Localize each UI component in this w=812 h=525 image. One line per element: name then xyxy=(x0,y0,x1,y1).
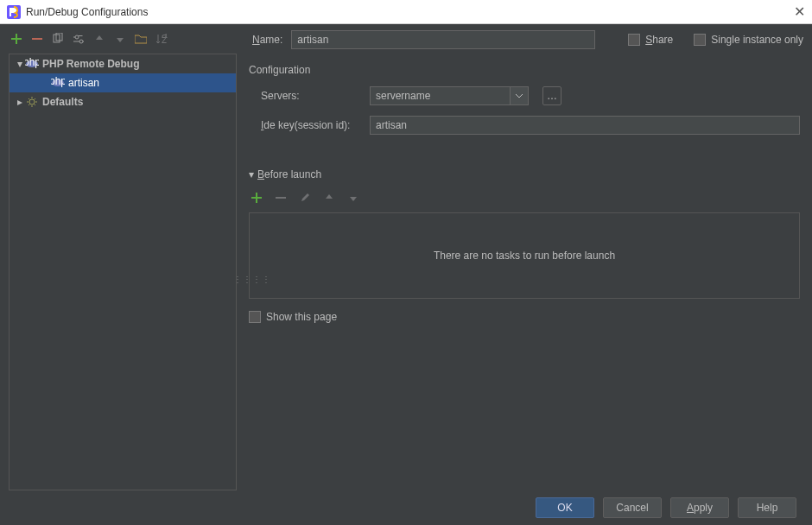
svg-text:php: php xyxy=(51,77,65,87)
single-instance-checkbox[interactable]: Single instance only xyxy=(694,34,803,46)
tree-group-label: Defaults xyxy=(42,96,83,108)
svg-rect-13 xyxy=(276,197,286,199)
servers-row: Servers: … xyxy=(249,86,800,105)
chevron-down-icon: ▾ xyxy=(15,58,25,70)
defaults-gear-icon xyxy=(25,95,39,109)
config-section-title: Configuration xyxy=(249,64,800,76)
help-button[interactable]: Help xyxy=(738,497,796,518)
titlebar-left: Run/Debug Configurations xyxy=(7,5,148,19)
tree-toolbar: az xyxy=(0,26,252,52)
settings-icon[interactable] xyxy=(71,31,86,47)
ok-button[interactable]: OK xyxy=(536,497,594,518)
content: az Name: Share Single instance only xyxy=(0,24,812,525)
move-down-icon[interactable] xyxy=(346,190,361,206)
php-remote-debug-icon: php xyxy=(25,57,39,71)
before-launch-header[interactable]: ▾ Before launch xyxy=(249,166,800,183)
php-remote-debug-icon: php xyxy=(51,76,65,90)
svg-point-5 xyxy=(79,40,83,43)
folder-icon[interactable] xyxy=(133,31,149,47)
svg-point-12 xyxy=(29,99,35,104)
move-down-icon[interactable] xyxy=(112,31,128,47)
phpstorm-icon xyxy=(7,5,21,19)
checkbox-icon xyxy=(249,311,261,323)
copy-icon[interactable] xyxy=(50,31,66,47)
checkbox-icon xyxy=(628,34,640,46)
name-input[interactable] xyxy=(291,30,595,49)
cancel-button[interactable]: Cancel xyxy=(603,497,662,518)
ide-key-label: Ide key(session id): xyxy=(261,119,361,131)
config-tree[interactable]: ▾ php PHP Remote Debug php artisan ▸ xyxy=(9,54,237,490)
name-label: Name: xyxy=(252,34,282,46)
run-debug-config-window: Run/Debug Configurations ✕ xyxy=(0,0,812,525)
servers-browse-button[interactable]: … xyxy=(542,86,561,105)
before-launch-tasks: There are no tasks to run before launch xyxy=(249,212,800,299)
svg-text:z: z xyxy=(162,34,167,44)
sort-icon[interactable]: az xyxy=(154,31,169,47)
ide-key-input[interactable] xyxy=(370,116,800,135)
chevron-right-icon: ▸ xyxy=(15,96,25,108)
apply-button[interactable]: Apply xyxy=(670,497,729,518)
svg-point-4 xyxy=(75,35,79,39)
window-title: Run/Debug Configurations xyxy=(26,6,148,18)
remove-icon[interactable] xyxy=(29,31,45,47)
before-launch-toolbar xyxy=(249,190,800,206)
empty-tasks-text: There are no tasks to run before launch xyxy=(434,250,615,262)
add-icon[interactable] xyxy=(9,31,24,47)
before-launch-section: ▾ Before launch xyxy=(249,166,800,323)
add-icon[interactable] xyxy=(249,190,264,206)
svg-rect-1 xyxy=(32,38,42,40)
chevron-down-icon[interactable] xyxy=(510,86,529,105)
checkbox-icon xyxy=(694,34,706,46)
svg-text:php: php xyxy=(25,58,39,68)
tree-item-label: artisan xyxy=(68,77,99,89)
show-this-page-checkbox[interactable]: Show this page xyxy=(249,311,337,323)
tree-group-php-remote-debug[interactable]: ▾ php PHP Remote Debug xyxy=(10,54,236,73)
servers-value[interactable] xyxy=(370,86,510,105)
move-up-icon[interactable] xyxy=(92,31,107,47)
body-split: ▾ php PHP Remote Debug php artisan ▸ xyxy=(0,54,812,490)
servers-combo[interactable] xyxy=(370,86,529,105)
move-up-icon[interactable] xyxy=(321,190,337,206)
dialog-footer: OK Cancel Apply Help xyxy=(0,490,812,525)
chevron-down-icon: ▾ xyxy=(249,168,254,180)
share-checkbox[interactable]: Share xyxy=(628,34,673,46)
main-panel: ⋮⋮⋮⋮ Configuration Servers: … Ide key(se… xyxy=(237,54,812,490)
ide-key-row: Ide key(session id): xyxy=(249,116,800,135)
close-icon[interactable]: ✕ xyxy=(794,3,805,20)
servers-label: Servers: xyxy=(261,90,361,102)
edit-icon[interactable] xyxy=(297,190,313,206)
tree-item-artisan[interactable]: php artisan xyxy=(10,73,236,92)
tree-group-defaults[interactable]: ▸ Defaults xyxy=(10,92,236,111)
titlebar: Run/Debug Configurations ✕ xyxy=(0,0,812,24)
tree-group-label: PHP Remote Debug xyxy=(42,58,139,70)
name-row: Name: Share Single instance only xyxy=(252,26,812,54)
remove-icon[interactable] xyxy=(273,190,289,206)
splitter-grip[interactable]: ⋮⋮⋮⋮ xyxy=(233,278,238,313)
